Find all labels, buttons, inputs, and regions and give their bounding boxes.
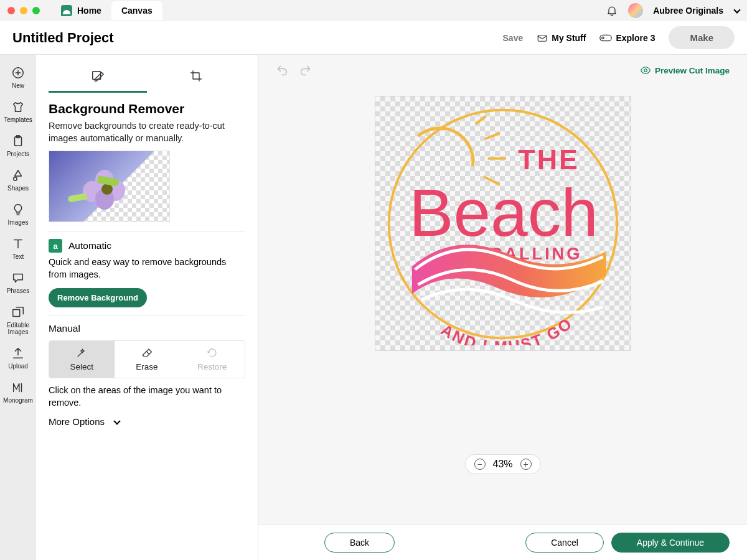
rail-projects[interactable]: Projects [0,129,36,162]
minimize-window-icon[interactable] [20,7,27,14]
machine-icon [599,32,612,44]
user-avatar[interactable] [628,3,643,18]
rail-upload[interactable]: Upload [0,342,36,375]
zoom-control: − 43% + [464,454,540,474]
rail-shapes[interactable]: Shapes [0,164,36,197]
zoom-out-icon[interactable]: − [474,459,485,470]
svg-point-9 [644,69,647,72]
fullscreen-window-icon[interactable] [32,7,40,14]
wand-icon [76,347,87,358]
rail-images[interactable]: Images [0,198,36,231]
header-bar: Untitled Project Save My Stuff Explore 3… [0,21,747,55]
divider [49,231,245,231]
example-image [49,151,170,222]
zoom-in-icon[interactable]: + [520,459,532,470]
svg-line-12 [484,133,499,139]
user-menu-chevron-icon[interactable] [733,6,740,13]
manual-restore-button: Restore [179,341,245,378]
explore-link[interactable]: Explore 3 [599,32,655,44]
envelope-icon [537,32,548,44]
home-logo-icon [61,5,72,16]
manual-erase-label: Erase [136,362,157,371]
apply-continue-button[interactable]: Apply & Continue [611,533,730,553]
svg-point-2 [602,37,604,39]
plus-circle-icon [11,66,25,80]
speech-bubble-icon [11,271,25,285]
tab-home[interactable]: Home [51,1,111,20]
svg-text:AND I MUST GO: AND I MUST GO [438,314,576,345]
manual-select-label: Select [70,362,94,371]
shapes-icon [11,169,25,182]
manual-erase-button[interactable]: Erase [115,341,180,378]
redo-icon[interactable] [299,64,312,77]
rail-monogram[interactable]: Monogram [0,376,36,409]
remove-background-button[interactable]: Remove Background [49,288,147,307]
rail-editable-images[interactable]: Editable Images [0,301,36,340]
my-stuff-link[interactable]: My Stuff [537,32,586,44]
rail-label: Projects [7,151,29,157]
explore-label: Explore 3 [616,33,655,43]
more-options-toggle[interactable]: More Options [49,416,245,427]
automatic-label: Automatic [68,240,111,251]
back-button[interactable]: Back [324,533,395,553]
rail-label: Images [8,219,29,226]
crop-icon [190,70,202,82]
tab-canvas[interactable]: Canvas [111,1,162,20]
project-title[interactable]: Untitled Project [12,30,114,46]
tab-home-label: Home [77,6,101,16]
svg-text:THE: THE [518,144,579,175]
preview-label: Preview Cut Image [655,66,730,75]
cancel-button[interactable]: Cancel [525,533,604,553]
clipboard-icon [11,134,25,148]
restore-icon [207,347,218,358]
top-tabs: Home Canvas [51,1,162,20]
eraser-icon [141,347,153,358]
beach-artwork: THE Beach IS CALLING AND I MUST GO [382,103,624,345]
panel-title: Background Remover [49,101,245,116]
rail-new[interactable]: New [0,61,36,94]
automatic-desc: Quick and easy way to remove backgrounds… [49,256,245,281]
preview-cut-image-link[interactable]: Preview Cut Image [640,65,730,76]
undo-icon[interactable] [276,64,288,77]
panel-tab-bg-remover[interactable] [49,63,147,93]
rail-label: New [12,82,24,89]
monogram-icon [11,381,25,394]
chevron-down-icon [113,418,120,424]
edit-image-icon [11,306,25,319]
close-window-icon[interactable] [7,7,15,14]
panel-lead: Remove backgrounds to create ready-to-cu… [49,120,245,144]
rail-templates[interactable]: Templates [0,95,36,128]
automatic-icon: a [49,239,62,253]
tab-canvas-label: Canvas [121,6,153,16]
rail-label: Templates [4,116,32,123]
notifications-bell-icon[interactable] [606,4,618,17]
rail-label: Text [12,253,24,260]
window-controls [7,7,40,14]
manual-segment: Select Erase Restore [49,340,245,378]
rail-label: Monogram [3,397,33,404]
username-label: Aubree Originals [653,6,723,16]
make-button[interactable]: Make [669,26,735,49]
manual-select-button[interactable]: Select [49,341,115,378]
left-rail: New Templates Projects Shapes Images Tex… [0,55,36,560]
svg-point-6 [14,177,17,181]
artboard[interactable]: THE Beach IS CALLING AND I MUST GO [375,96,631,351]
rail-text[interactable]: Text [0,232,36,265]
footer-bar: Back Cancel Apply & Continue [258,524,747,560]
tshirt-icon [11,100,25,114]
panel-tab-crop[interactable] [147,63,245,93]
manual-instruction: Click on the areas of the image you want… [49,385,245,409]
save-link[interactable]: Save [503,33,524,43]
divider [49,315,245,315]
zoom-level: 43% [492,459,512,470]
rail-label: Shapes [7,185,29,192]
canvas-area: Preview Cut Image THE Beach [258,55,747,560]
rail-label: Phrases [7,287,30,294]
text-icon [11,237,25,251]
bg-remover-icon [91,70,105,83]
side-panel: Background Remover Remove backgrounds to… [36,55,258,560]
eye-icon [640,65,651,76]
rail-phrases[interactable]: Phrases [0,266,36,299]
rail-label: Upload [8,363,28,370]
svg-line-11 [476,116,486,124]
